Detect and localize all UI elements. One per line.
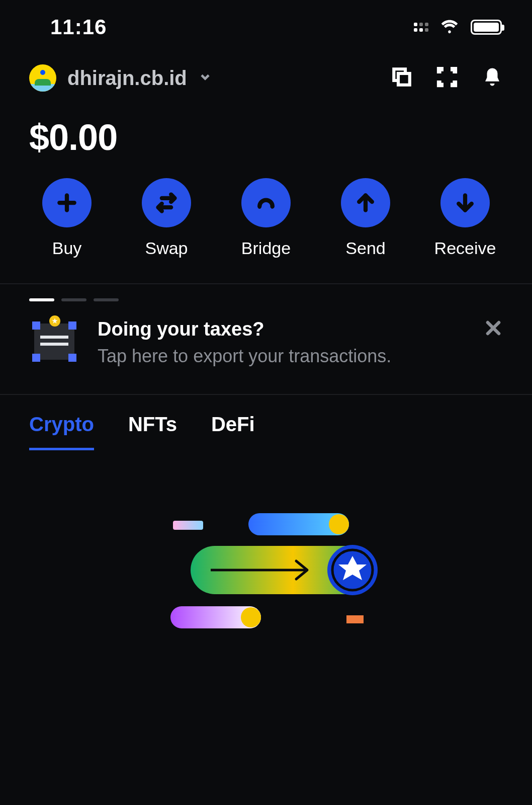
banner-text: Doing your taxes? Tap here to export you… (98, 316, 503, 369)
banner-subtitle: Tap here to export your transactions. (98, 344, 503, 369)
document-icon (29, 316, 79, 367)
arrow-up-icon (341, 178, 390, 227)
action-label: Buy (52, 238, 82, 258)
tab-crypto[interactable]: Crypto (29, 413, 94, 450)
send-button[interactable]: Send (328, 178, 403, 258)
banner-pager (29, 298, 503, 301)
swap-icon (142, 178, 191, 227)
action-label: Bridge (241, 238, 291, 258)
pager-dot (94, 298, 119, 301)
copy-icon[interactable] (391, 66, 412, 90)
asset-tabs: Crypto NFTs DeFi (0, 395, 532, 450)
close-icon[interactable] (484, 318, 503, 340)
cellular-dots-icon (414, 23, 428, 32)
account-selector[interactable]: dhirajn.cb.id (29, 64, 212, 92)
buy-button[interactable]: Buy (29, 178, 105, 258)
svg-point-11 (329, 514, 349, 534)
pager-dot (61, 298, 86, 301)
svg-point-18 (241, 607, 261, 627)
status-time: 11:16 (50, 15, 107, 39)
empty-state-illustration (0, 450, 532, 647)
quick-actions: Buy Swap Bridge Send Receive (0, 178, 532, 283)
plus-icon (42, 178, 92, 227)
promo-banner-area: Doing your taxes? Tap here to export you… (0, 284, 532, 394)
bridge-icon (241, 178, 291, 227)
banner-title: Doing your taxes? (98, 318, 503, 340)
svg-rect-19 (346, 615, 364, 623)
bridge-button[interactable]: Bridge (228, 178, 304, 258)
action-label: Swap (145, 238, 188, 258)
arrow-down-icon (440, 178, 490, 227)
tab-nfts[interactable]: NFTs (128, 413, 177, 450)
svg-rect-0 (398, 73, 410, 85)
notifications-icon[interactable] (482, 66, 503, 90)
swap-button[interactable]: Swap (129, 178, 204, 258)
receive-button[interactable]: Receive (427, 178, 503, 258)
status-bar: 11:16 (0, 0, 532, 44)
action-label: Receive (434, 238, 496, 258)
svg-rect-9 (173, 521, 203, 530)
svg-point-3 (258, 206, 261, 209)
battery-icon (471, 20, 502, 35)
account-name: dhirajn.cb.id (67, 67, 187, 90)
wifi-icon (439, 19, 460, 36)
action-label: Send (345, 238, 385, 258)
avatar (29, 64, 56, 92)
tab-defi[interactable]: DeFi (211, 413, 255, 450)
taxes-banner[interactable]: Doing your taxes? Tap here to export you… (29, 316, 503, 369)
status-icons (414, 19, 502, 36)
chevron-down-icon (198, 70, 212, 86)
scan-icon[interactable] (436, 66, 458, 90)
wallet-balance: $0.00 (0, 102, 532, 178)
app-header: dhirajn.cb.id (0, 44, 532, 102)
pager-dot (29, 298, 54, 301)
header-actions (391, 66, 503, 90)
